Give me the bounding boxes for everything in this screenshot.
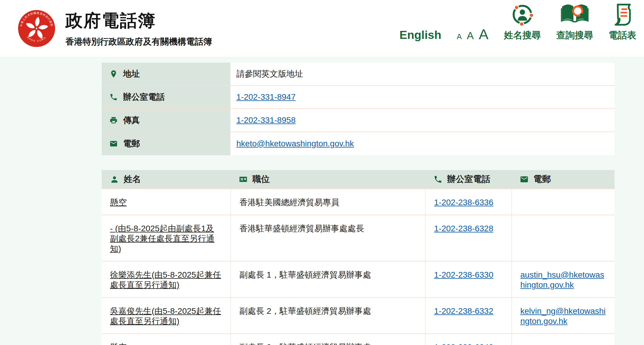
contact-row-label: 電郵 (102, 132, 230, 155)
table-row-phone-cell: 1-202-238-6336 (425, 189, 511, 215)
fax-link[interactable]: 1-202-331-8958 (236, 115, 296, 125)
staff-table: 姓名 職位 辦公室電話 電郵 懸空 香港駐美國總經濟貿易專員 1-202-238… (102, 170, 615, 345)
column-header-label: 姓名 (124, 173, 141, 185)
staff-email-link[interactable]: kelvin_ng@hketowashington.gov.hk (520, 306, 606, 326)
column-header-title: 職位 (230, 170, 425, 189)
contact-row-value: 1-202-331-8958 (230, 109, 615, 132)
font-size-large-button[interactable]: A (479, 27, 489, 42)
staff-phone-link[interactable]: 1-202-238-6343 (434, 343, 493, 345)
column-header-label: 辦公室電話 (447, 173, 490, 185)
person-circle-search-icon (510, 2, 535, 27)
site-titles: 政府電話簿 香港特別行政區政府及有關機構電話簿 (65, 9, 212, 48)
table-row-title-cell: 香港駐華盛頓經濟貿易辦事處處長 (230, 215, 425, 261)
staff-email-link[interactable]: austin_hsu@hketowashington.gov.hk (520, 270, 604, 289)
table-row-name-cell: 徐樂添先生(由5-8-2025起兼任處長直至另行通知) (102, 261, 230, 297)
page-title: 政府電話簿 (65, 9, 212, 32)
contact-label: 地址 (123, 68, 140, 80)
staff-phone-link[interactable]: 1-202-238-6336 (434, 198, 493, 207)
location-pin-icon (109, 70, 118, 78)
main-content: 地址 請參閱英文版地址 辦公室電話 1-202-331-8947 傳真 1-20… (0, 57, 644, 345)
staff-name-link[interactable]: - (由5-8-2025起由副處長1及副處長2兼任處長直至另行通知) (110, 224, 215, 253)
table-row-email-cell: austin_hsu@hketowashington.gov.hk (511, 261, 615, 297)
table-row-phone-cell: 1-202-238-6330 (425, 261, 511, 297)
contact-label: 電郵 (123, 138, 140, 149)
staff-phone-link[interactable]: 1-202-238-6328 (434, 224, 493, 233)
contact-row-label: 辦公室電話 (102, 86, 230, 109)
table-row-email-cell (511, 215, 615, 261)
column-header-phone: 辦公室電話 (425, 170, 511, 189)
staff-phone-link[interactable]: 1-202-238-6332 (434, 306, 493, 316)
contact-label: 傳真 (123, 115, 140, 126)
staff-title: 副處長 3，駐華盛頓經濟貿易辦事處 (239, 343, 371, 345)
table-row-email-cell (511, 189, 615, 215)
fax-icon (109, 116, 118, 124)
phone-icon (433, 175, 442, 184)
contact-row-value: 請參閱英文版地址 (230, 63, 615, 86)
table-row-title-cell: 香港駐美國總經濟貿易專員 (230, 189, 425, 215)
phone-icon (109, 93, 118, 101)
page-subtitle: 香港特別行政區政府及有關機構電話簿 (65, 36, 212, 48)
table-row-title-cell: 副處長 2，駐華盛頓經濟貿易辦事處 (230, 297, 425, 333)
contact-row-value: 1-202-331-8947 (230, 86, 615, 109)
office-contact-table: 地址 請參閱英文版地址 辦公室電話 1-202-331-8947 傳真 1-20… (102, 63, 615, 155)
staff-phone-link[interactable]: 1-202-238-6330 (434, 270, 493, 279)
table-row-name-cell: - (由5-8-2025起由副處長1及副處長2兼任處長直至另行通知) (102, 215, 230, 261)
staff-title: 副處長 1，駐華盛頓經濟貿易辦事處 (239, 270, 371, 279)
page-header: 中華人民共和國香港特別行政區 HONG KONG 政府電話簿 香港特別行政區政府… (0, 0, 644, 57)
staff-name-link[interactable]: 懸空 (110, 343, 127, 345)
staff-title: 副處長 2，駐華盛頓經濟貿易辦事處 (239, 306, 371, 316)
contact-label: 辦公室電話 (123, 91, 165, 103)
staff-title: 香港駐美國總經濟貿易專員 (239, 198, 339, 207)
staff-name-link[interactable]: 徐樂添先生(由5-8-2025起兼任處長直至另行通知) (110, 270, 221, 289)
person-icon (110, 175, 119, 184)
book-search-icon (560, 2, 590, 27)
column-header-name: 姓名 (102, 170, 230, 189)
nav-name-search-label: 姓名搜尋 (504, 29, 541, 42)
table-row-phone-cell: 1-202-238-6328 (425, 215, 511, 261)
office-phone-link[interactable]: 1-202-331-8947 (236, 92, 296, 102)
table-row-email-cell (511, 333, 615, 345)
column-header-label: 電郵 (533, 173, 551, 185)
font-size-controls: A A A (457, 27, 489, 42)
contact-row-value: hketo@hketowashington.gov.hk (230, 132, 615, 155)
staff-name-link[interactable]: 懸空 (110, 198, 127, 207)
office-email-link[interactable]: hketo@hketowashington.gov.hk (236, 139, 354, 148)
nav-phone-list-label: 電話表 (609, 29, 636, 42)
table-row-phone-cell: 1-202-238-6332 (425, 297, 511, 333)
nav-name-search[interactable]: 姓名搜尋 (504, 2, 541, 42)
hksar-emblem-logo[interactable]: 中華人民共和國香港特別行政區 HONG KONG (17, 9, 56, 48)
table-row-title-cell: 副處長 3，駐華盛頓經濟貿易辦事處 (230, 333, 425, 345)
nav-enquiry-search[interactable]: 查詢搜尋 (556, 2, 593, 42)
nav-phone-list[interactable]: 電話表 (609, 2, 636, 42)
staff-name-link[interactable]: 吳嘉俊先生(由5-8-2025起兼任處長直至另行通知) (110, 306, 221, 326)
header-toolbar: English A A A 姓名搜尋 查詢搜尋 電話表 (399, 2, 636, 55)
column-header-label: 職位 (252, 173, 270, 185)
phone-list-icon (610, 2, 635, 27)
language-toggle-english[interactable]: English (399, 29, 441, 42)
table-row-name-cell: 懸空 (102, 189, 230, 215)
envelope-icon (109, 140, 118, 148)
contact-row-label: 傳真 (102, 109, 230, 132)
column-header-email: 電郵 (511, 170, 615, 189)
table-row-name-cell: 懸空 (102, 333, 230, 345)
nav-enquiry-search-label: 查詢搜尋 (556, 29, 593, 42)
contact-row-label: 地址 (102, 63, 230, 86)
envelope-icon (520, 175, 529, 184)
font-size-medium-button[interactable]: A (467, 30, 474, 41)
address-value: 請參閱英文版地址 (236, 68, 303, 80)
staff-title: 香港駐華盛頓經濟貿易辦事處處長 (239, 224, 364, 233)
table-row-email-cell: kelvin_ng@hketowashington.gov.hk (511, 297, 615, 333)
badge-icon (239, 175, 248, 184)
table-row-phone-cell: 1-202-238-6343 (425, 333, 511, 345)
table-row-title-cell: 副處長 1，駐華盛頓經濟貿易辦事處 (230, 261, 425, 297)
table-row-name-cell: 吳嘉俊先生(由5-8-2025起兼任處長直至另行通知) (102, 297, 230, 333)
font-size-small-button[interactable]: A (457, 33, 462, 40)
